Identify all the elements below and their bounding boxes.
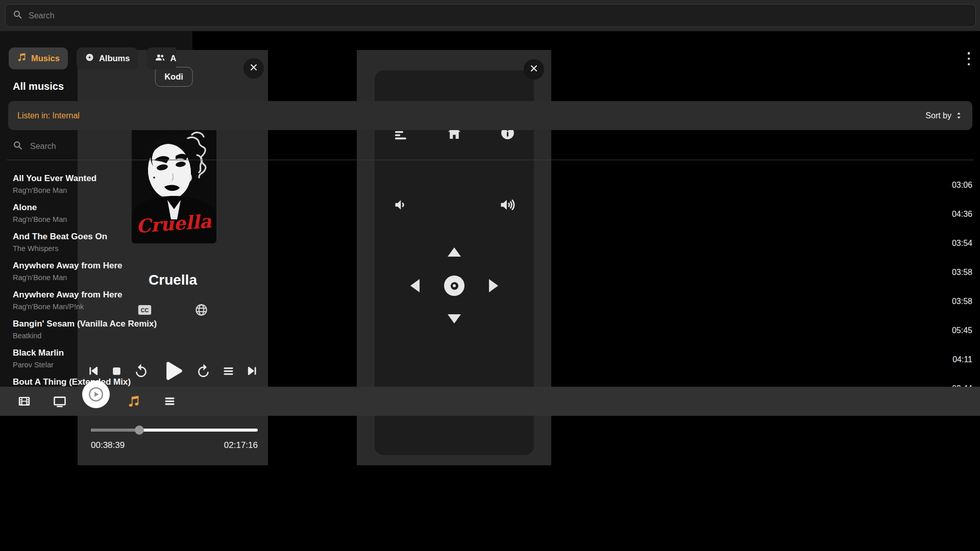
top-search-box[interactable]	[5, 4, 192, 27]
media-center-chip[interactable]: Kodi	[155, 67, 193, 87]
tv-shows-icon	[53, 394, 67, 409]
song-row[interactable]: Black Marlin Parov Stelar 04:11	[0, 345, 192, 374]
artists-group-icon	[155, 52, 165, 65]
library-tabs: Musics Albums Artists	[0, 47, 176, 69]
library-header	[0, 0, 192, 31]
song-artist: The Whispers	[13, 244, 192, 253]
play-circle-icon	[87, 386, 105, 403]
listen-in-button[interactable]: Listen in: Internal	[17, 111, 80, 120]
nav-menu[interactable]	[155, 387, 184, 416]
top-search-input[interactable]	[29, 11, 192, 20]
menu-icon	[163, 394, 177, 408]
song-list: All You Ever Wanted Rag'n'Bone Man 03:06…	[0, 170, 192, 403]
song-title: All You Ever Wanted	[13, 173, 192, 184]
song-title: Black Marlin	[13, 348, 192, 358]
list-search-input[interactable]	[30, 142, 192, 151]
tab-albums[interactable]: Albums	[77, 47, 138, 69]
divider	[7, 160, 192, 160]
song-row[interactable]: Anywhere Away from Here Rag'n'Bone Man 0…	[0, 258, 192, 287]
close-icon	[249, 62, 259, 74]
song-title: Alone	[13, 203, 192, 213]
song-artist: Rag'n'Bone Man	[13, 273, 192, 282]
close-button[interactable]	[524, 59, 544, 80]
song-artist: Parov Stelar	[13, 360, 192, 369]
song-title: Bangin' Sesam (Vanilla Ace Remix)	[13, 319, 192, 329]
tab-label: Albums	[99, 54, 130, 63]
close-button[interactable]	[243, 58, 264, 79]
tab-label: Artists	[170, 54, 176, 63]
seek-slider[interactable]	[91, 425, 258, 435]
music-library-panel: Musics Albums Artists	[0, 0, 192, 416]
list-search-box[interactable]	[13, 139, 192, 154]
tab-artists[interactable]: Artists	[146, 47, 176, 69]
now-playing-fab[interactable]	[82, 381, 110, 408]
nav-tv-shows[interactable]	[45, 387, 74, 416]
music-note-icon	[17, 53, 27, 64]
elapsed-time: 00:38:39	[91, 440, 125, 450]
movies-icon	[17, 394, 31, 408]
album-disc-icon	[85, 53, 94, 64]
song-artist: Rag'n'Bone Man	[13, 186, 192, 195]
tab-label: Musics	[31, 54, 60, 63]
close-icon	[529, 63, 539, 76]
section-heading: All musics	[13, 81, 64, 92]
song-artist: Rag'n'Bone Man/P!nk	[13, 302, 192, 311]
seek-thumb[interactable]	[135, 425, 144, 435]
total-time: 02:17:16	[224, 440, 258, 450]
search-icon	[13, 10, 22, 21]
listen-sort-bar: Listen in: Internal Sort by	[8, 101, 192, 130]
tab-musics[interactable]: Musics	[9, 47, 68, 69]
song-artist: Beatkind	[13, 331, 192, 340]
nav-music[interactable]	[119, 387, 148, 416]
song-title: Anywhere Away from Here	[13, 261, 192, 271]
song-title: And The Beat Goes On	[13, 232, 192, 242]
song-row[interactable]: Bangin' Sesam (Vanilla Ace Remix) Beatki…	[0, 316, 192, 345]
song-row[interactable]: All You Ever Wanted Rag'n'Bone Man 03:06	[0, 170, 192, 199]
song-title: Anywhere Away from Here	[13, 290, 192, 300]
song-artist: Rag'n'Bone Man	[13, 215, 192, 224]
song-row[interactable]: And The Beat Goes On The Whispers 03:54	[0, 229, 192, 258]
seek-fill	[91, 429, 139, 432]
music-icon	[127, 395, 140, 408]
search-icon	[13, 140, 23, 153]
song-row[interactable]: Alone Rag'n'Bone Man 04:36	[0, 199, 192, 229]
nav-movies[interactable]	[10, 387, 38, 416]
song-row[interactable]: Anywhere Away from Here Rag'n'Bone Man/P…	[0, 287, 192, 316]
